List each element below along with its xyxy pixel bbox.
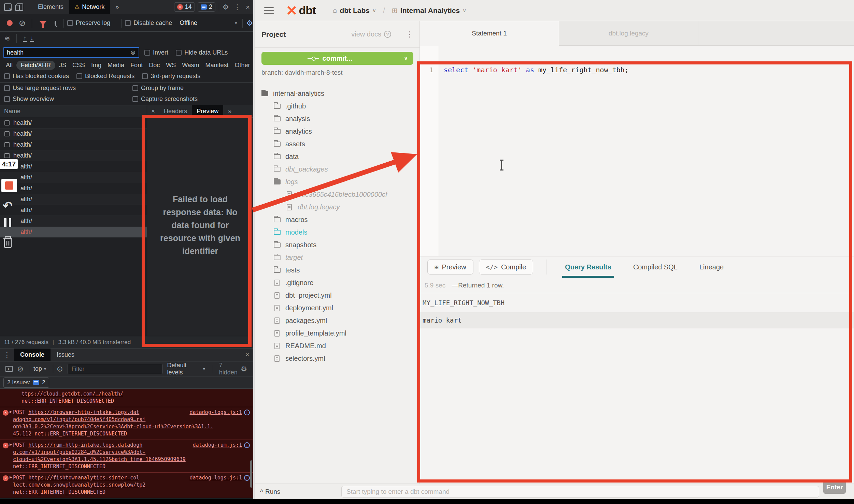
commit-dropdown-caret-icon[interactable]: ∨ [398,55,413,61]
request-row[interactable]: health/ [0,129,147,139]
close-detail-icon[interactable]: × [147,107,159,115]
disable-cache-checkbox[interactable]: Disable cache [125,19,172,27]
console-error-entry[interactable]: ×▶datadog-logs.js:1iPOST https://browser… [0,407,253,440]
source-info-icon[interactable]: i [244,475,250,481]
type-filter-all[interactable]: All [3,61,15,70]
drawer-kebab-icon[interactable]: ⋮ [3,351,11,359]
capture-screenshots-checkbox[interactable]: Capture screenshots [132,95,198,103]
type-filter-doc[interactable]: Doc [146,61,162,70]
dbt-logo[interactable]: ✕ dbt [286,4,316,17]
tree-item-dbt-log-legacy[interactable]: dbt.log.legacy [255,201,420,213]
tree-item-analytics[interactable]: analytics [255,125,420,138]
tree-item-profile-template-yml[interactable]: profile_template.yml [255,327,420,340]
commit-button[interactable]: commit... ∨ [261,52,413,65]
request-row[interactable]: health/ [0,118,147,129]
export-har-icon[interactable]: ↓ [30,35,34,42]
type-filter-manifest[interactable]: Manifest [203,61,231,70]
eye-icon[interactable]: ⊙ [57,365,63,373]
tree-item-readme-md[interactable]: README.md [255,340,420,352]
tree-item-packages-yml[interactable]: packages.yml [255,314,420,327]
tree-item-macros[interactable]: macros [255,213,420,226]
hamburger-menu-icon[interactable] [264,7,274,14]
project-switcher[interactable]: ⊞ Internal Analytics ∨ [392,6,466,15]
console-error-entry[interactable]: ×▶datadog-logs.js:1iPOST https://fishtow… [0,473,253,498]
stop-recording-button[interactable] [1,179,17,192]
type-filter-ws[interactable]: WS [163,61,178,70]
tree-item-snapshots[interactable]: snapshots [255,239,420,251]
request-row[interactable]: alth/ [0,172,147,183]
has-blocked-cookies-checkbox[interactable]: Has blocked cookies [4,73,69,80]
tree-item-analysis[interactable]: analysis [255,113,420,125]
inspect-element-icon[interactable] [4,3,12,11]
throttling-select[interactable]: Offline [180,19,197,27]
import-har-icon[interactable]: ↑ [23,35,27,42]
clear-filter-icon[interactable]: ⊗ [130,49,136,56]
request-row[interactable]: health/ [0,150,147,161]
tree-item--gitignore[interactable]: .gitignore [255,277,420,289]
source-info-icon[interactable]: i [244,442,250,448]
error-url-link[interactable]: q.com/v1/input/pube02284…d%2Cservice%3Ad… [13,449,145,455]
large-request-rows-checkbox[interactable]: Use large request rows [4,85,76,92]
trash-icon[interactable] [3,236,20,250]
tree-item--github[interactable]: .github [255,100,420,113]
filter-funnel-icon[interactable] [40,21,46,25]
source-info-icon[interactable]: i [244,410,250,415]
error-url-link[interactable]: https://rum-http-intake.logs.datadogh [28,442,142,448]
error-url-link[interactable]: ttps://cloud.getdbt.com/…/health/ [22,391,123,397]
error-url-link[interactable]: https://fishtownanalytics.sinter-col [28,475,139,481]
more-tabs-button[interactable]: » [110,0,124,14]
tab-dbt-log-legacy[interactable]: dbt.log.legacy [559,21,698,45]
clear-network-icon[interactable]: ⊘ [19,18,26,28]
network-conditions-icon[interactable]: ≋ [4,34,10,43]
blocked-requests-checkbox[interactable]: Blocked Requests [76,73,134,80]
record-network-icon[interactable] [7,20,13,26]
console-scrollbar[interactable] [250,460,252,488]
error-url-link[interactable]: on%3A3.0.2%2Cenv%3Aprod%2Cservice%3Adbt-… [13,424,213,430]
request-row[interactable]: alth/ [0,205,147,216]
request-row[interactable]: health/ [0,139,147,150]
enter-button[interactable]: Enter [823,481,846,494]
tree-item-data[interactable]: data [255,150,420,163]
request-row[interactable]: alth/ [0,227,147,238]
error-url-link[interactable]: 45.112 [13,431,31,437]
network-filter-input[interactable] [3,47,139,58]
tree-item-models[interactable]: models [255,226,420,239]
console-error-entry[interactable]: ttps://cloud.getdbt.com/…/health/net::ER… [0,389,253,407]
error-source-link[interactable]: datadog-rum.js:1 [193,442,242,449]
expand-caret-icon[interactable]: ▶ [10,409,12,414]
tab-statement-1[interactable]: Statement 1 [420,21,559,46]
third-party-requests-checkbox[interactable]: 3rd-party requests [142,73,200,80]
error-source-link[interactable]: datadog-logs.js:1 [189,409,242,416]
console-error-entry[interactable]: ×▶datadog-rum.js:1iPOST https://rum-http… [0,440,253,473]
request-row[interactable]: alth/ [0,161,147,172]
group-by-frame-checkbox[interactable]: Group by frame [132,85,184,92]
issues-count-badge[interactable]: 2 [198,2,215,12]
request-row[interactable]: alth/ [0,183,147,194]
requests-name-header[interactable]: Name [0,105,147,117]
invert-checkbox[interactable]: Invert [144,49,168,56]
request-row[interactable]: alth/ [0,216,147,227]
network-settings-gear-icon[interactable]: ⚙ [246,19,253,28]
hide-data-urls-checkbox[interactable]: Hide data URLs [176,49,228,56]
type-filter-other[interactable]: Other [232,61,253,70]
show-overview-checkbox[interactable]: Show overview [4,95,54,103]
preserve-log-checkbox[interactable]: Preserve log [67,19,110,27]
error-count-badge[interactable]: × 14 [174,2,195,12]
close-drawer-icon[interactable]: × [245,351,249,358]
account-switcher[interactable]: ⌂ dbt Labs ∨ [333,6,376,15]
issues-chip[interactable]: 2 Issues: 2 [3,377,49,388]
type-filter-img[interactable]: Img [89,61,104,70]
kebab-menu-icon[interactable]: ⋮ [234,3,241,11]
tab-issues[interactable]: Issues [51,349,81,361]
tree-item-internal-analytics[interactable]: internal-analytics [255,87,420,100]
tree-item-dbt-project-yml[interactable]: dbt_project.yml [255,289,420,302]
tree-item--nfc3665c416bfecb1000000cf[interactable]: .nfc3665c416bfecb1000000cf [255,188,420,201]
request-row[interactable]: alth/ [0,194,147,205]
error-url-link[interactable]: cloud-ui%2Cversion%3A1.1.45.112&batch_ti… [13,456,186,462]
settings-gear-icon[interactable]: ⚙ [223,3,229,11]
commit-button-main[interactable]: commit... [261,55,398,62]
log-levels-select[interactable]: Default levels [167,362,201,376]
throttling-caret-icon[interactable]: ▾ [235,20,237,26]
expand-caret-icon[interactable]: ▶ [10,475,12,479]
tab-network[interactable]: ⚠ Network [69,0,110,14]
